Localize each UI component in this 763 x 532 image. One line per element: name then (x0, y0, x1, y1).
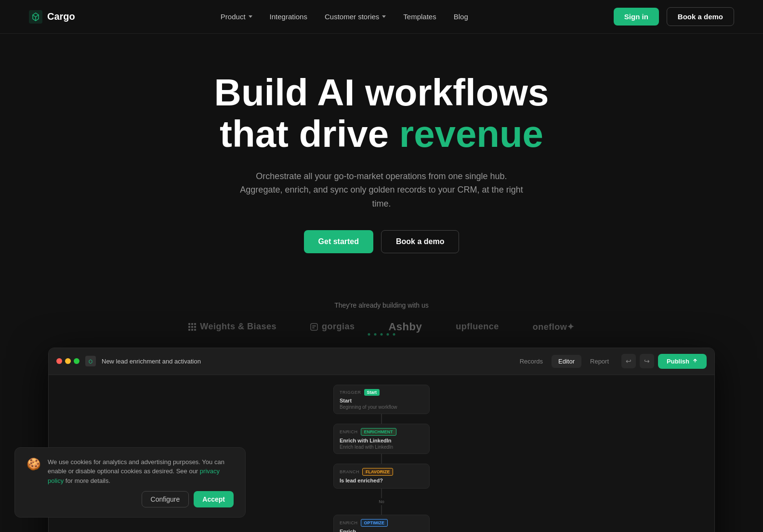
configure-cookies-button[interactable]: Configure (142, 491, 189, 507)
accept-cookies-button[interactable]: Accept (194, 491, 234, 507)
workflow-node-enrich-action[interactable]: Enrich OPTIMIZE Enrich Retrieve informat… (333, 515, 430, 532)
svg-rect-6 (194, 326, 196, 328)
publish-icon (692, 358, 698, 364)
svg-rect-1 (188, 323, 190, 325)
connector-no-label: No (379, 499, 384, 504)
workflow-nodes: Trigger Start Start Beginning of your wo… (324, 385, 439, 532)
cookie-icon: 🍪 (26, 457, 41, 471)
glow-dot-3 (381, 333, 383, 336)
nav-actions: Sign in Book a demo (614, 7, 734, 26)
workflow-node-start[interactable]: Trigger Start Start Beginning of your wo… (333, 385, 430, 414)
partner-ashby: Ashby (388, 321, 422, 333)
cookie-content: 🍪 We use cookies for analytics and adver… (26, 457, 234, 486)
cookie-text: We use cookies for analytics and adverti… (48, 457, 234, 486)
partner-gorgias: gorgias (310, 322, 355, 332)
logo-text: Cargo (47, 11, 75, 22)
svg-rect-5 (191, 326, 193, 328)
workflow-node-branch[interactable]: Branch FLAVORIZE Is lead enriched? (333, 464, 430, 489)
logos-label: They're already building with us (0, 301, 763, 309)
svg-rect-12 (312, 327, 315, 328)
app-titlebar: New lead enrichment and activation Recor… (49, 348, 714, 375)
book-demo-hero-button[interactable]: Book a demo (381, 230, 459, 253)
traffic-lights (56, 358, 79, 364)
product-chevron-icon (249, 15, 252, 18)
redo-button[interactable]: ↪ (640, 354, 654, 368)
customer-stories-chevron-icon (382, 15, 386, 18)
cookie-banner: 🍪 We use cookies for analytics and adver… (14, 447, 246, 518)
svg-rect-3 (194, 323, 196, 325)
nav-customer-stories[interactable]: Customer stories (325, 13, 386, 21)
connector-4 (381, 505, 382, 515)
partner-logos-section: They're already building with us Weights… (0, 301, 763, 333)
app-tabs: Records Editor Report (513, 355, 616, 368)
hero-cta-buttons: Get started Book a demo (10, 230, 753, 253)
connector-3 (381, 489, 382, 498)
app-title: New lead enrichment and activation (102, 358, 507, 365)
tab-editor[interactable]: Editor (552, 355, 581, 368)
svg-rect-7 (188, 329, 190, 331)
tab-records[interactable]: Records (513, 355, 550, 368)
partner-weights-biases: Weights & Biases (188, 322, 276, 332)
publish-button[interactable]: Publish (658, 354, 707, 369)
svg-rect-4 (188, 326, 190, 328)
tab-report[interactable]: Report (583, 355, 616, 368)
glow-dot-1 (368, 333, 370, 336)
signin-button[interactable]: Sign in (614, 8, 659, 26)
hero-subtitle: Orchestrate all your go-to-market operat… (237, 169, 526, 211)
connector-1 (381, 414, 382, 424)
glow-dot-5 (393, 333, 395, 336)
nav-product[interactable]: Product (221, 13, 252, 21)
hero-title: Build AI workflows that drive revenue (10, 72, 753, 155)
traffic-light-yellow[interactable] (65, 358, 71, 364)
nav-blog[interactable]: Blog (454, 13, 468, 21)
traffic-light-red[interactable] (56, 358, 62, 364)
undo-button[interactable]: ↩ (621, 354, 636, 368)
logo[interactable]: Cargo (29, 10, 75, 24)
svg-rect-8 (191, 329, 193, 331)
get-started-button[interactable]: Get started (304, 230, 373, 253)
svg-rect-10 (311, 324, 317, 330)
nav-templates[interactable]: Templates (403, 13, 436, 21)
partner-oneflow: oneflow✦ (533, 322, 575, 332)
book-demo-nav-button[interactable]: Book a demo (667, 7, 734, 26)
hero-section: Build AI workflows that drive revenue Or… (0, 34, 763, 301)
logos-row: Weights & Biases gorgias Ashby upfluence… (0, 321, 763, 333)
glow-dots (368, 333, 395, 336)
glow-dot-2 (374, 333, 377, 336)
svg-rect-2 (191, 323, 193, 325)
cookie-buttons: Configure Accept (26, 491, 234, 507)
navigation: Cargo Product Integrations Customer stor… (0, 0, 763, 34)
app-toolbar-right: ↩ ↪ Publish (621, 354, 707, 369)
svg-rect-11 (312, 325, 316, 326)
nav-links: Product Integrations Customer stories Te… (221, 13, 468, 21)
app-small-icon (85, 356, 96, 366)
svg-rect-9 (194, 329, 196, 331)
workflow-node-enrich-linkedin[interactable]: Enrich ENRICHMENT Enrich with LinkedIn E… (333, 424, 430, 454)
connector-2 (381, 454, 382, 464)
partner-upfluence: upfluence (456, 322, 499, 332)
glow-dot-4 (387, 333, 389, 336)
traffic-light-green[interactable] (74, 358, 79, 364)
nav-integrations[interactable]: Integrations (270, 13, 307, 21)
